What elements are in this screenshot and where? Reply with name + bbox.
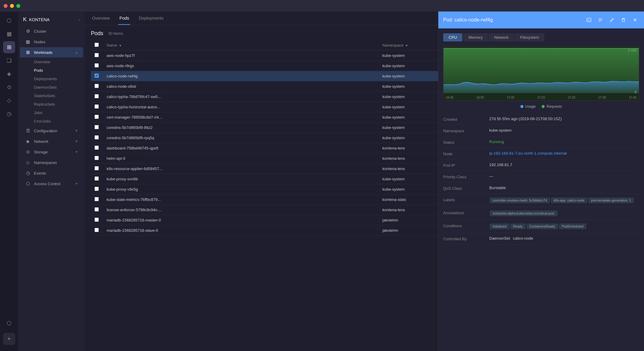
panel-tab-filesystem[interactable]: Filesystem (515, 33, 544, 41)
panel-title: Pod: calico-node-rwf4g (443, 17, 582, 23)
terminal-button[interactable] (585, 16, 593, 24)
sidebar-item-events[interactable]: ◷ Events (20, 168, 83, 178)
conditions-label: Conditions (443, 223, 486, 228)
sidebar-icon-namespaces[interactable]: ◇ (3, 94, 15, 107)
sidebar-item-label-storage: Storage (34, 150, 72, 154)
row-checkbox[interactable] (95, 53, 99, 57)
legend-usage: Usage (520, 104, 536, 109)
edit-button[interactable] (608, 16, 616, 24)
tab-deployments[interactable]: Deployments (138, 12, 165, 25)
row-checkbox[interactable] (95, 104, 99, 109)
nav-sidebar: K KONTENA ‹ ⚙ Cluster ▦ Nodes ⊞ Workload… (18, 11, 85, 351)
time-label-3: 17:15 (537, 96, 545, 99)
sidebar-icon-cluster[interactable]: ⬡ (3, 15, 15, 27)
add-button[interactable]: + (3, 333, 15, 345)
time-label-1: 16:55 (476, 96, 484, 99)
legend-requests: Requests (542, 104, 562, 109)
pod-name-cell: kube-proxy-svn6b (103, 174, 379, 184)
pod-name-cell: mariadb-1568285718-master-0 (103, 215, 379, 225)
close-button[interactable] (4, 4, 8, 8)
delete-button[interactable] (619, 16, 628, 24)
row-checkbox[interactable] (95, 207, 99, 212)
sidebar-subitem-overview[interactable]: Overview (20, 58, 83, 66)
panel-close-button[interactable]: ✕ (631, 16, 639, 24)
chart-time-labels: 16:45 16:55 17:05 17:15 17:25 17:35 17:4… (443, 96, 639, 99)
sidebar-icon-storage[interactable]: ⊙ (3, 81, 15, 93)
row-checkbox[interactable] (95, 84, 99, 88)
row-checkbox[interactable] (95, 146, 99, 150)
row-checkbox[interactable] (95, 176, 99, 181)
row-checkbox[interactable] (95, 94, 99, 98)
sidebar-item-label-cluster: Cluster (34, 29, 78, 34)
tab-pods[interactable]: Pods (118, 12, 130, 25)
annotations-row: Annotations scheduler.alpha.kubernetes.i… (443, 207, 639, 220)
row-checkbox[interactable] (95, 187, 99, 191)
edit-raw-button[interactable] (596, 16, 605, 24)
icon-sidebar: ⬡ ▦ ⊞ ❑ ◈ ⊙ ◇ ◷ ⬡ + (0, 11, 18, 351)
row-checkbox[interactable] (95, 135, 99, 139)
row-checkbox[interactable] (95, 115, 99, 119)
sidebar-item-workloads[interactable]: ⊞ Workloads ▲ (20, 47, 83, 57)
row-checkbox[interactable] (95, 197, 99, 201)
sidebar-item-namespaces[interactable]: ◇ Namespaces (20, 157, 83, 168)
namespaces-nav-icon: ◇ (25, 160, 31, 165)
pod-name-cell: aws-node-r9rgs (103, 61, 379, 71)
panel-tab-network[interactable]: Network (489, 33, 514, 41)
sidebar-subitem-jobs[interactable]: Jobs (20, 109, 83, 117)
sidebar-subitem-deployments[interactable]: Deployments (20, 75, 83, 83)
sidebar-subitem-replicasets[interactable]: ReplicaSets (20, 100, 83, 108)
sidebar-item-configuration[interactable]: ☰ Configuration ▼ (20, 126, 83, 136)
panel-header: Pod: calico-node-rwf4g ✕ (438, 11, 644, 28)
row-checkbox[interactable] (95, 166, 99, 170)
row-checkbox[interactable] (95, 63, 99, 67)
priority-class-row: Priority Class — (443, 171, 639, 182)
sidebar-item-access-control[interactable]: ⬡ Access Control ▼ (20, 179, 83, 189)
sidebar-icon-events[interactable]: ◷ (3, 108, 15, 120)
created-value: 27d 5h 55m ago (2019-08-21T08:50:15Z) (489, 116, 639, 121)
sidebar-item-nodes[interactable]: ▦ Nodes (20, 37, 83, 47)
nav-brand: K KONTENA ‹ (18, 14, 85, 25)
row-checkbox[interactable] (95, 125, 99, 129)
labels-row: Labels controller-revision-hash: 5c9dddc… (443, 194, 639, 207)
node-value[interactable]: ip-192-168-81-7.eu-north-1.compute.inter… (489, 151, 639, 156)
nav-collapse-button[interactable]: ‹ (78, 17, 80, 22)
sidebar-item-storage[interactable]: ⊙ Storage ▼ (20, 147, 83, 157)
row-checkbox[interactable] (95, 228, 99, 232)
pod-name-cell: coredns-5b7d965bf9-8ttz2 (103, 123, 379, 133)
sidebar-item-label-workloads: Workloads (34, 50, 72, 55)
minimize-button[interactable] (10, 4, 14, 8)
panel-tab-memory[interactable]: Memory (463, 33, 488, 41)
sidebar-icon-access[interactable]: ⬡ (3, 317, 15, 329)
pods-count: 30 items (108, 31, 123, 36)
sidebar-item-network[interactable]: ◈ Network ▼ (20, 136, 83, 146)
network-nav-icon: ◈ (25, 139, 31, 144)
row-checkbox[interactable] (95, 156, 99, 160)
pod-name-cell: calico-node-x8slr (103, 81, 379, 92)
sidebar-icon-network[interactable]: ◈ (3, 68, 15, 80)
controlled-by-link[interactable]: calico-node (513, 236, 533, 241)
pod-name-cell: kube-state-metrics-76ffbc879... (103, 195, 379, 205)
sidebar-icon-workloads[interactable]: ⊞ (3, 41, 15, 53)
sidebar-subitem-cronjobs[interactable]: CronJobs (20, 117, 83, 125)
sidebar-subitem-daemonsets[interactable]: DaemonSets (20, 83, 83, 91)
maximize-button[interactable] (16, 4, 20, 8)
condition-tag-3: PodScheduled (559, 224, 586, 229)
label-tag-2: pod-template-generation: 1 (588, 198, 634, 203)
sidebar-item-cluster[interactable]: ⚙ Cluster (20, 26, 83, 36)
select-all-checkbox[interactable] (95, 43, 99, 47)
panel-tab-cpu[interactable]: CPU (443, 33, 462, 41)
sidebar-icon-nodes[interactable]: ▦ (3, 28, 15, 40)
row-checkbox[interactable] (95, 74, 99, 78)
sidebar-subitem-statefulsets[interactable]: StatefulSets (20, 92, 83, 100)
pod-ip-label: Pod IP (443, 162, 486, 168)
labels-value: controller-revision-hash: 5c9dddcc74 k8s… (489, 197, 639, 204)
sidebar-subitem-pods[interactable]: Pods (20, 66, 83, 74)
sidebar-icon-config[interactable]: ❑ (3, 54, 15, 67)
app-container: ⬡ ▦ ⊞ ❑ ◈ ⊙ ◇ ◷ ⬡ + K KONTENA ‹ ⚙ Cluste… (0, 0, 644, 351)
cpu-chart-svg (443, 47, 639, 93)
storage-nav-icon: ⊙ (25, 149, 31, 155)
access-control-nav-icon: ⬡ (25, 181, 31, 186)
name-column-header: Name ▼ (103, 40, 379, 51)
tab-overview[interactable]: Overview (91, 12, 111, 25)
row-checkbox[interactable] (95, 218, 99, 222)
